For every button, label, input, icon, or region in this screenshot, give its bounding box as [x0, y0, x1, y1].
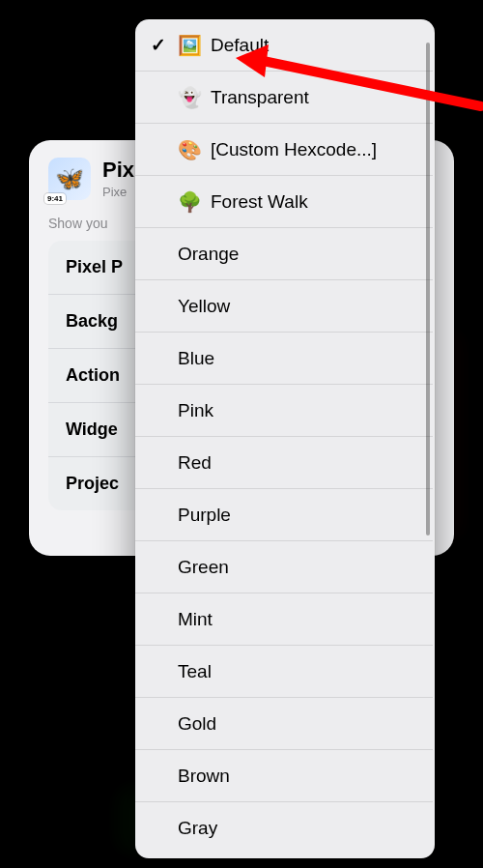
- menu-item-label: Mint: [178, 609, 213, 630]
- menu-item-orange[interactable]: Orange: [135, 228, 433, 280]
- menu-item-icon: 👻: [178, 86, 201, 109]
- app-icon-badge: 9:41: [44, 193, 66, 204]
- menu-item-label: Green: [178, 557, 229, 578]
- menu-item-transparent[interactable]: 👻Transparent: [135, 72, 433, 124]
- menu-item-icon: 🎨: [178, 138, 201, 161]
- menu-item-label: Default: [211, 35, 269, 56]
- menu-item-label: Gray: [178, 818, 217, 839]
- menu-item-gray[interactable]: Gray: [135, 802, 433, 854]
- menu-item-gold[interactable]: Gold: [135, 698, 433, 750]
- menu-item-green[interactable]: Green: [135, 541, 433, 593]
- menu-item-yellow[interactable]: Yellow: [135, 280, 433, 333]
- app-icon-emoji: 🦋: [55, 165, 84, 192]
- menu-item-custom-hexcode[interactable]: 🎨[Custom Hexcode...]: [135, 124, 433, 176]
- menu-item-brown[interactable]: Brown: [135, 750, 433, 802]
- checkmark-icon: ✓: [149, 34, 168, 56]
- color-options-menu: ✓🖼️Default👻Transparent🎨[Custom Hexcode..…: [135, 19, 435, 858]
- menu-item-purple[interactable]: Purple: [135, 489, 433, 541]
- menu-item-default[interactable]: ✓🖼️Default: [135, 19, 433, 72]
- menu-item-label: Gold: [178, 713, 216, 735]
- menu-item-label: Yellow: [178, 296, 230, 317]
- menu-item-mint[interactable]: Mint: [135, 593, 433, 646]
- menu-item-label: Forest Walk: [211, 191, 308, 213]
- app-title: Pix: [102, 158, 134, 183]
- app-subtitle: Pixe: [102, 185, 134, 199]
- menu-item-pink[interactable]: Pink: [135, 385, 433, 437]
- menu-item-blue[interactable]: Blue: [135, 333, 433, 385]
- menu-item-teal[interactable]: Teal: [135, 646, 433, 698]
- menu-item-icon: 🌳: [178, 190, 201, 214]
- scrollbar-thumb[interactable]: [426, 43, 430, 535]
- menu-item-label: Blue: [178, 348, 214, 369]
- menu-item-red[interactable]: Red: [135, 437, 433, 489]
- menu-item-icon: 🖼️: [178, 34, 201, 57]
- menu-item-label: Red: [178, 452, 212, 474]
- menu-item-label: [Custom Hexcode...]: [211, 139, 377, 160]
- menu-scroll-area[interactable]: ✓🖼️Default👻Transparent🎨[Custom Hexcode..…: [135, 19, 435, 858]
- menu-item-forest-walk[interactable]: 🌳Forest Walk: [135, 176, 433, 228]
- menu-item-label: Transparent: [211, 87, 309, 108]
- menu-item-label: Teal: [178, 661, 212, 682]
- menu-item-label: Brown: [178, 766, 230, 787]
- menu-item-label: Pink: [178, 400, 213, 421]
- app-icon: 🦋 9:41: [48, 158, 91, 200]
- menu-item-label: Purple: [178, 505, 231, 526]
- menu-item-label: Orange: [178, 244, 239, 265]
